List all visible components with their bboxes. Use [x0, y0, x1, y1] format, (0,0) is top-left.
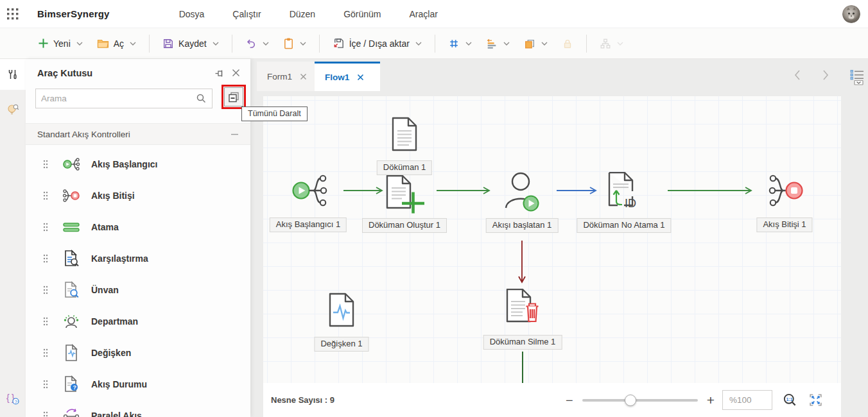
collapse-all-tooltip: Tümünü Daralt	[241, 106, 308, 121]
svg-text:ID: ID	[625, 197, 636, 209]
grid-toggle-button[interactable]	[441, 32, 479, 55]
chevron-down-icon	[415, 42, 422, 46]
app-title: BimserSynergy	[37, 8, 110, 19]
flow-layout-button[interactable]	[593, 32, 630, 55]
toolbox-item-paralel-akis[interactable]: Paralel Akış	[26, 400, 250, 417]
toolbox-item-degisken[interactable]: Değişken	[26, 337, 250, 368]
tab-flow1[interactable]: Flow1	[315, 62, 380, 91]
zoom-actual-size-button[interactable]: 1:1	[783, 393, 798, 408]
open-button[interactable]: Aç	[90, 32, 143, 55]
toolbox-section-header[interactable]: Standart Akış Kontrolleri	[26, 123, 250, 145]
drag-handle-icon[interactable]	[42, 191, 49, 200]
tab-form1[interactable]: Form1	[257, 62, 315, 91]
collapse-section-icon[interactable]	[230, 130, 239, 139]
node-label-document[interactable]: Döküman 1	[377, 160, 432, 175]
flow-canvas[interactable]: Akış Başlangıcı 1 Döküman 1	[263, 96, 841, 383]
user-avatar[interactable]	[842, 5, 860, 23]
toolbox-item-akis-bitisi[interactable]: Akış Bitişi	[26, 180, 250, 211]
drag-handle-icon[interactable]	[42, 348, 49, 357]
import-export-icon	[333, 37, 345, 49]
toolbox-item-label: Atama	[91, 222, 119, 232]
toolbox-item-akis-durumu[interactable]: ? Akış Durumu	[26, 368, 250, 400]
node-document[interactable]	[390, 117, 419, 154]
toolbox-item-label: Ünvan	[91, 285, 119, 295]
drag-handle-icon[interactable]	[42, 317, 49, 326]
lock-icon	[562, 38, 573, 49]
new-button[interactable]: Yeni	[31, 32, 90, 55]
node-flow-end[interactable]	[765, 171, 805, 212]
zoom-slider[interactable]	[582, 399, 698, 402]
drag-handle-icon[interactable]	[42, 223, 49, 232]
node-label-flow-start[interactable]: Akış Başlangıcı 1	[270, 217, 347, 232]
node-label-flow-initiator[interactable]: Akışı başlatan 1	[486, 218, 559, 233]
drag-handle-icon[interactable]	[42, 411, 49, 417]
toolbox-item-karsilastirma[interactable]: Karşılaştırma	[26, 243, 250, 274]
zoom-level-input[interactable]	[722, 390, 772, 410]
toolbox-item-label: Karşılaştırma	[91, 253, 148, 264]
fit-to-screen-button[interactable]	[808, 393, 823, 407]
zoom-slider-thumb[interactable]	[625, 395, 636, 406]
node-document-create[interactable]	[385, 175, 426, 216]
node-label-document-create[interactable]: Döküman Oluştur 1	[362, 218, 447, 233]
rail-script-help-button[interactable]: { } ?	[0, 383, 26, 414]
collapse-all-button[interactable]	[224, 87, 243, 106]
properties-panel-toggle[interactable]	[850, 69, 865, 88]
close-panel-button[interactable]	[231, 68, 241, 80]
node-flow-start[interactable]	[291, 171, 331, 212]
toolbox-item-unvan[interactable]: Ünvan	[26, 274, 250, 305]
open-button-label: Aç	[114, 38, 124, 49]
drag-handle-icon[interactable]	[42, 380, 49, 389]
chevron-down-icon	[617, 42, 623, 46]
edge-initiator-to-doc-delete[interactable]	[519, 241, 525, 282]
node-label-variable[interactable]: Değişken 1	[314, 337, 369, 352]
node-label-document-delete[interactable]: Döküman Silme 1	[483, 335, 562, 350]
menu-duzen[interactable]: Düzen	[290, 9, 315, 19]
edge-start-to-doc-create[interactable]	[343, 187, 382, 194]
node-document-delete[interactable]	[505, 289, 543, 327]
align-button[interactable]	[479, 32, 517, 55]
pin-panel-button[interactable]	[214, 68, 225, 81]
node-variable[interactable]	[327, 293, 356, 330]
toolbar-divider	[149, 35, 150, 53]
tab-scroll-left-icon[interactable]	[793, 69, 802, 81]
tab-close-icon[interactable]	[300, 73, 307, 80]
document-node-icon	[390, 117, 419, 151]
rail-insight-button[interactable]	[0, 94, 26, 124]
toolbox-item-departman[interactable]: Departman	[26, 305, 250, 337]
menu-dosya[interactable]: Dosya	[179, 9, 205, 19]
toolbox-title: Araç Kutusu	[37, 68, 92, 78]
node-label-document-id-assign[interactable]: Döküman No Atama 1	[577, 218, 671, 233]
edge-initiator-to-doc-id[interactable]	[557, 187, 596, 194]
drag-handle-icon[interactable]	[42, 254, 49, 263]
app-launcher-button[interactable]	[0, 0, 26, 28]
import-export-button[interactable]: İçe / Dışa aktar	[326, 32, 429, 55]
menu-calistir[interactable]: Çalıştır	[232, 9, 261, 19]
tab-scroll-right-icon[interactable]	[821, 69, 830, 81]
tab-label: Form1	[267, 72, 292, 81]
search-input[interactable]	[36, 94, 196, 103]
node-label-flow-end[interactable]: Akış Bitişi 1	[756, 217, 812, 232]
document-create-node-icon	[385, 175, 426, 214]
undo-button[interactable]	[238, 32, 276, 55]
chevron-down-icon	[465, 42, 472, 46]
zoom-out-button[interactable]: −	[566, 394, 573, 407]
toolbox-item-atama[interactable]: Atama	[26, 211, 250, 243]
rail-toolbox-button[interactable]	[0, 59, 26, 90]
zoom-in-button[interactable]: +	[707, 393, 715, 407]
menu-gorunum[interactable]: Görünüm	[343, 9, 381, 19]
tab-close-icon[interactable]	[357, 74, 364, 81]
node-document-id-assign[interactable]: ID	[605, 172, 645, 212]
section-title: Standart Akış Kontrolleri	[37, 130, 230, 139]
clipboard-button[interactable]	[276, 32, 313, 55]
drag-handle-icon[interactable]	[42, 285, 49, 294]
order-button[interactable]	[517, 32, 555, 55]
save-button[interactable]: Kaydet	[155, 32, 226, 55]
edge-doc-create-to-initiator[interactable]	[437, 187, 489, 194]
node-flow-initiator[interactable]	[502, 171, 542, 217]
drag-handle-icon[interactable]	[42, 160, 49, 169]
lock-button[interactable]	[555, 32, 580, 55]
menu-araclar[interactable]: Araçlar	[410, 9, 438, 19]
toolbox-item-akis-baslangici[interactable]: Akış Başlangıcı	[26, 148, 250, 180]
flow-end-node-icon	[765, 171, 805, 210]
edge-doc-id-to-end[interactable]	[668, 187, 751, 194]
